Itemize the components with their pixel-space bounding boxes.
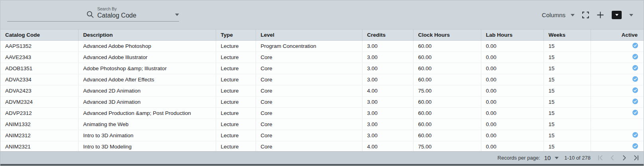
cell-weeks: 15 <box>544 74 591 85</box>
cell-active <box>591 130 644 141</box>
cell-weeks: 15 <box>544 63 591 74</box>
cell-clock-hours: 75.00 <box>413 141 481 152</box>
cell-description: Advanced Adobe Photoshop <box>78 40 216 51</box>
cell-weeks: 15 <box>544 141 591 152</box>
cell-description: Intro to 3D Modeling <box>78 141 216 152</box>
check-circle-icon <box>632 87 638 93</box>
export-options-button[interactable] <box>629 14 633 16</box>
table-row[interactable]: AAPS1352 Advanced Adobe Photoshop Lectur… <box>0 40 644 51</box>
first-page-button[interactable] <box>597 155 604 161</box>
cell-catalog-code: ADVP2312 <box>0 107 78 119</box>
export-button[interactable] <box>612 11 622 19</box>
cell-description: Animating the Web <box>78 119 216 130</box>
cell-active <box>591 63 644 74</box>
column-header[interactable]: Description <box>78 30 216 40</box>
table-row[interactable]: ADVA2334 Advanced Adobe After Effects Le… <box>0 74 644 85</box>
cell-lab-hours: 0.00 <box>481 51 544 63</box>
cell-catalog-code: AAPS1352 <box>0 40 78 51</box>
cell-lab-hours: 0.00 <box>481 130 544 141</box>
cell-clock-hours: 60.00 <box>413 96 481 107</box>
column-header[interactable]: Lab Hours <box>481 30 544 40</box>
column-header[interactable]: Clock Hours <box>413 30 481 40</box>
column-header[interactable]: Type <box>216 30 256 40</box>
table-row[interactable]: ADOB1351 Adobe Photoshop &amp; Illustrat… <box>0 63 644 74</box>
cell-description: Advanced 2D Animation <box>78 85 216 96</box>
search-input[interactable] <box>7 7 87 19</box>
pager-controls <box>597 155 640 161</box>
records-per-page-label: Records per page: <box>498 155 540 161</box>
caret-down-icon <box>571 14 575 16</box>
add-button[interactable] <box>597 11 604 19</box>
cell-level: Core <box>256 119 362 130</box>
first-page-icon <box>597 155 603 161</box>
cell-clock-hours: 60.00 <box>413 130 481 141</box>
table-row[interactable]: ADVA2423 Advanced 2D Animation Lecture C… <box>0 85 644 96</box>
records-per-page-select[interactable]: 10 <box>544 154 559 161</box>
cell-type: Lecture <box>216 130 256 141</box>
cell-type: Lecture <box>216 40 256 51</box>
cell-active <box>591 40 644 51</box>
cell-active <box>591 85 644 96</box>
cell-lab-hours: 0.00 <box>481 107 544 119</box>
header-row: Catalog CodeDescriptionTypeLevelCreditsC… <box>0 30 644 40</box>
toolbar: Search By Catalog Code Columns <box>0 0 644 30</box>
cell-weeks: 15 <box>544 130 591 141</box>
check-circle-icon <box>632 143 638 149</box>
check-circle-icon <box>632 99 638 104</box>
cell-type: Lecture <box>216 96 256 107</box>
cell-description: Advanced Adobe Illustrator <box>78 51 216 63</box>
cell-type: Lecture <box>216 51 256 63</box>
cell-type: Lecture <box>216 119 256 130</box>
cell-credits: 3.00 <box>362 51 413 63</box>
caret-down-icon <box>629 14 633 16</box>
column-header[interactable]: Weeks <box>544 30 591 40</box>
pagination-bar: Records per page: 10 1-10 of 278 <box>0 151 644 164</box>
table-row[interactable]: ANIM2312 Intro to 3D Animation Lecture C… <box>0 130 644 141</box>
cell-lab-hours: 0.00 <box>481 119 544 130</box>
cell-clock-hours: 60.00 <box>413 63 481 74</box>
table-row[interactable]: ANIM2321 Intro to 3D Modeling Lecture Co… <box>0 141 644 152</box>
search-by-select[interactable]: Search By Catalog Code <box>97 6 136 19</box>
table-row[interactable]: ADVM2324 Advanced 3D Animation Lecture C… <box>0 96 644 107</box>
cell-level: Core <box>256 107 362 119</box>
previous-page-button[interactable] <box>609 155 616 161</box>
cell-active <box>591 96 644 107</box>
cell-credits: 3.00 <box>362 119 413 130</box>
cell-catalog-code: ADVA2423 <box>0 85 78 96</box>
column-header[interactable]: Level <box>256 30 362 40</box>
caret-down-icon <box>555 157 559 159</box>
fullscreen-icon <box>582 12 589 18</box>
cell-level: Core <box>256 63 362 74</box>
search-icon <box>87 11 94 18</box>
check-circle-icon <box>632 110 638 115</box>
cell-level: Core <box>256 96 362 107</box>
last-page-icon <box>633 155 639 161</box>
column-header[interactable]: Active <box>591 30 644 40</box>
cell-credits: 3.00 <box>362 63 413 74</box>
table-row[interactable]: AAVE2343 Advanced Adobe Illustrator Lect… <box>0 51 644 63</box>
columns-button-label: Columns <box>542 12 565 18</box>
column-header[interactable]: Credits <box>362 30 413 40</box>
check-circle-icon <box>632 76 638 82</box>
cell-clock-hours: 60.00 <box>413 40 481 51</box>
caret-down-icon[interactable] <box>175 14 179 16</box>
cell-active <box>591 74 644 85</box>
previous-page-icon <box>609 155 615 161</box>
last-page-button[interactable] <box>633 155 640 161</box>
cell-credits: 3.00 <box>362 107 413 119</box>
table-row[interactable]: ADVP2312 Advanced Production &amp; Post … <box>0 107 644 119</box>
column-header[interactable]: Catalog Code <box>0 30 78 40</box>
cell-type: Lecture <box>216 85 256 96</box>
fullscreen-button[interactable] <box>582 12 589 18</box>
cell-clock-hours: 60.00 <box>413 51 481 63</box>
cell-credits: 3.00 <box>362 74 413 85</box>
columns-button[interactable]: Columns <box>542 12 575 18</box>
table-row[interactable]: ANIM1332 Animating the Web Lecture Core … <box>0 119 644 130</box>
cell-description: Advanced Adobe After Effects <box>78 74 216 85</box>
cell-clock-hours: 60.00 <box>413 74 481 85</box>
cell-catalog-code: ANIM2321 <box>0 141 78 152</box>
search-by-label: Search By <box>97 6 136 12</box>
cell-clock-hours: 60.00 <box>413 119 481 130</box>
cell-description: Adobe Photoshop &amp; Illustrator <box>78 63 216 74</box>
next-page-button[interactable] <box>621 155 628 161</box>
